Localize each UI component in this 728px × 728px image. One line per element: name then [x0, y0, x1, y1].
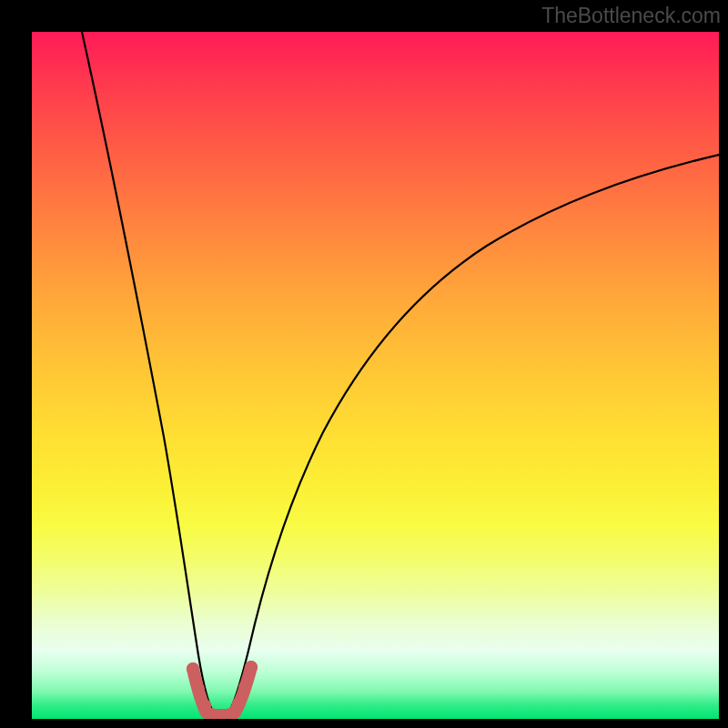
chart-svg	[32, 32, 719, 719]
chart-frame: TheBottleneck.com	[0, 0, 728, 728]
optimal-dot	[187, 662, 199, 675]
watermark-text: TheBottleneck.com	[541, 4, 721, 28]
bottleneck-curve	[82, 32, 719, 713]
optimal-dot	[192, 682, 205, 695]
optimal-dot	[238, 681, 251, 693]
optimal-dot	[232, 697, 245, 710]
plot-area	[32, 32, 719, 719]
optimal-dot	[245, 661, 258, 673]
